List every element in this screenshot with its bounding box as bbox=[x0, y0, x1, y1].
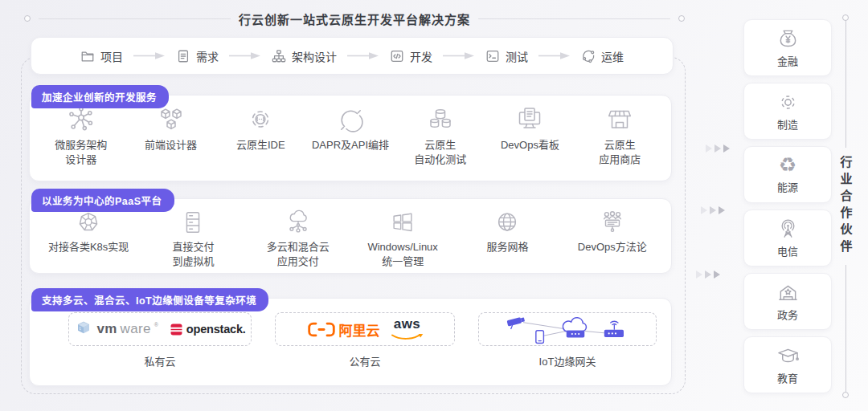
app-store-icon bbox=[605, 105, 634, 134]
alibaba-cloud-text: 阿里云 bbox=[339, 319, 380, 340]
line-endpoint-dot bbox=[842, 14, 849, 21]
paas-item-label: 服务网格 bbox=[486, 240, 528, 254]
service-item-autotest: 云原生 自动化测试 bbox=[395, 105, 485, 167]
government-icon bbox=[777, 282, 799, 303]
telecom-icon bbox=[777, 218, 799, 240]
service-item-label: 前端设计器 bbox=[145, 138, 197, 153]
k8s-helm-icon bbox=[75, 209, 102, 236]
section-paas-platform: 以业务为中心的PaaS平台 对接各类K8s实现 直接交付 到虚拟机 多云和混合云… bbox=[29, 198, 672, 274]
section-badge: 支持多云、混合云、IoT边缘侧设备等复杂环境 bbox=[31, 288, 268, 311]
workflow-step-project: 项目 bbox=[80, 48, 123, 64]
service-item-app-store: 云原生 应用商店 bbox=[575, 105, 665, 167]
industry-label: 政务 bbox=[777, 307, 798, 322]
workflow-step-label: 需求 bbox=[196, 48, 219, 64]
cloud-native-ide-icon bbox=[246, 105, 275, 134]
microservice-architecture-icon bbox=[67, 105, 96, 134]
flow-arrow-icon bbox=[443, 51, 475, 60]
service-item-devops-board: DevOps看板 bbox=[485, 105, 575, 153]
paas-item-windows-linux: Windows/Linux 统一管理 bbox=[350, 209, 455, 269]
industry-label: 制造 bbox=[777, 116, 798, 132]
document-icon bbox=[176, 49, 190, 63]
partner-rail: 行业合作伙伴 bbox=[839, 14, 852, 398]
paas-item-label: Windows/Linux 统一管理 bbox=[367, 240, 437, 269]
paas-item-label: 直接交付 到虚拟机 bbox=[172, 240, 214, 269]
solution-diagram: 行云创新一站式云原生开发平台解决方案 项目 需求 架构设计 开发 测试 bbox=[0, 0, 868, 411]
title-divider-line bbox=[478, 18, 670, 19]
energy-icon: ♻ bbox=[779, 155, 796, 176]
flow-arrow-icon bbox=[133, 51, 166, 60]
education-icon bbox=[777, 345, 799, 367]
alibaba-cloud-logo: 阿里云 bbox=[307, 319, 380, 340]
paas-item-vm-delivery: 直接交付 到虚拟机 bbox=[141, 209, 245, 269]
workflow-card: 项目 需求 架构设计 开发 测试 运维 bbox=[31, 37, 674, 75]
aws-smile-icon bbox=[391, 334, 424, 341]
flow-arrow-icon bbox=[347, 51, 379, 60]
title-divider-line bbox=[39, 18, 231, 19]
env-caption: 公有云 bbox=[349, 353, 380, 368]
service-item-label: DevOps看板 bbox=[501, 138, 559, 153]
vmware-text-bold: vm bbox=[96, 321, 117, 337]
router-icon bbox=[604, 321, 624, 337]
line-endpoint-dot bbox=[678, 15, 685, 22]
env-caption: 私有云 bbox=[144, 353, 175, 368]
paas-item-label: 对接各类K8s实现 bbox=[48, 240, 129, 254]
industry-card-manufacturing: 制造 bbox=[743, 83, 832, 140]
vm-server-icon bbox=[179, 209, 207, 236]
env-private-cloud: vmware® openstack. 私有云 bbox=[68, 312, 252, 368]
industry-label: 教育 bbox=[777, 370, 798, 385]
env-caption: IoT边缘网关 bbox=[539, 353, 596, 368]
windows-linux-icon bbox=[389, 209, 416, 236]
service-item-cloud-native-ide: 云原生IDE bbox=[215, 105, 305, 153]
service-item-label: DAPR及API编排 bbox=[312, 138, 389, 153]
paas-item-label: DevOps方法论 bbox=[578, 240, 647, 254]
vmware-cube-icon bbox=[74, 319, 93, 339]
workflow-step-label: 测试 bbox=[506, 48, 528, 64]
service-mesh-globe-icon bbox=[493, 209, 521, 236]
phone-icon bbox=[536, 331, 544, 344]
paas-item-label: 多云和混合云 应用交付 bbox=[267, 240, 330, 269]
workflow-step-testing: 测试 bbox=[485, 48, 528, 64]
workflow-step-requirements: 需求 bbox=[176, 48, 219, 64]
env-public-cloud: 阿里云 aws 公有云 bbox=[275, 312, 455, 368]
service-item-microservice-designer: 微服务架构 设计器 bbox=[36, 105, 126, 167]
private-cloud-logos-box: vmware® openstack. bbox=[68, 312, 252, 346]
folder-icon bbox=[80, 49, 95, 63]
public-cloud-logos-box: 阿里云 aws bbox=[275, 312, 455, 346]
multicloud-delivery-icon bbox=[285, 209, 312, 236]
flow-arrow-icon bbox=[538, 51, 571, 60]
workflow-step-label: 运维 bbox=[601, 48, 624, 64]
alibaba-cloud-mark-icon bbox=[307, 321, 336, 338]
iot-devices-graphic bbox=[489, 313, 646, 345]
section-badge: 以业务为中心的PaaS平台 bbox=[31, 189, 174, 212]
openstack-text: openstack. bbox=[186, 323, 246, 336]
industry-card-telecom: 电信 bbox=[743, 210, 832, 267]
env-iot-gateway: IoT边缘网关 bbox=[478, 312, 657, 368]
industry-card-energy: ♻ 能源 bbox=[743, 146, 832, 203]
service-item-label: 云原生 应用商店 bbox=[599, 138, 641, 167]
iot-gateway-box bbox=[478, 312, 657, 346]
flow-chevrons bbox=[701, 206, 725, 214]
section-dev-services: 加速企业创新的开发服务 微服务架构 设计器 前端设计器 云原生IDE DAPR及… bbox=[29, 95, 672, 181]
rail-line bbox=[845, 21, 846, 148]
industry-label: 电信 bbox=[777, 243, 798, 258]
vmware-reg-mark: ® bbox=[154, 322, 158, 328]
finance-icon bbox=[777, 28, 799, 50]
flow-chevrons bbox=[706, 144, 730, 153]
line-endpoint-dot bbox=[24, 15, 31, 22]
paas-item-devops-method: DevOps方法论 bbox=[560, 209, 665, 254]
autotest-database-icon bbox=[426, 105, 455, 134]
aws-text: aws bbox=[394, 317, 421, 331]
service-item-label: 云原生IDE bbox=[236, 138, 285, 153]
service-item-label: 微服务架构 设计器 bbox=[55, 138, 107, 167]
service-item-frontend-designer: 前端设计器 bbox=[126, 105, 216, 153]
frontend-designer-icon bbox=[157, 105, 186, 134]
service-item-label: 云原生 自动化测试 bbox=[414, 138, 466, 167]
service-item-dapr-api: DAPR及API编排 bbox=[305, 105, 395, 153]
dapr-api-icon bbox=[336, 105, 365, 134]
manufacturing-icon bbox=[777, 92, 799, 113]
code-icon bbox=[390, 49, 404, 63]
workflow-step-architecture: 架构设计 bbox=[272, 48, 337, 64]
flow-chevrons bbox=[696, 271, 720, 279]
flow-arrow-icon bbox=[229, 51, 261, 60]
cloud-icon bbox=[563, 318, 586, 338]
